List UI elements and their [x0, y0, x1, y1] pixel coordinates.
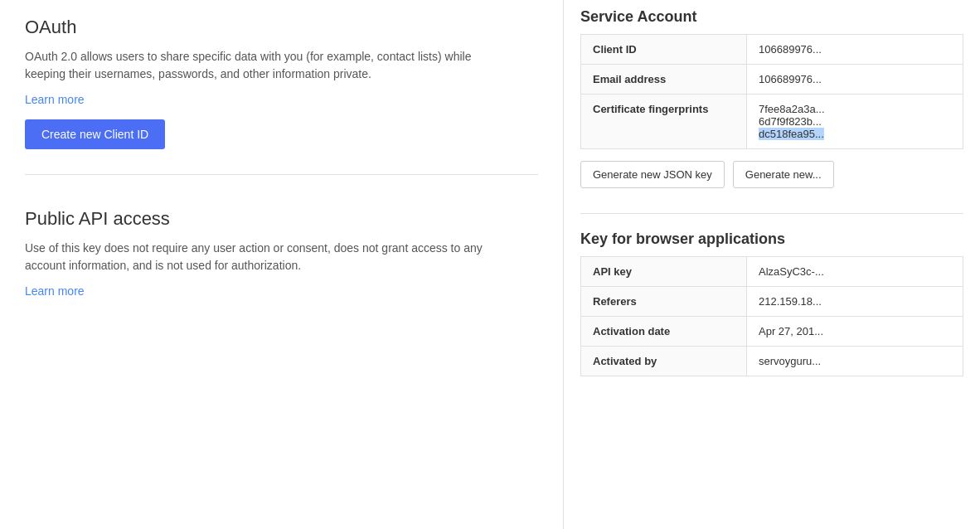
- api-key-label: API key: [581, 257, 747, 287]
- certificate-fingerprints-label: Certificate fingerprints: [581, 95, 747, 149]
- browser-key-table: API key AlzaSyC3c-... Referers 212.159.1…: [580, 256, 963, 376]
- service-account-table: Client ID 106689976... Email address 106…: [580, 34, 963, 149]
- browser-key-section: Key for browser applications API key Alz…: [580, 231, 963, 376]
- public-api-learn-more-link[interactable]: Learn more: [25, 284, 85, 298]
- table-row: Activation date Apr 27, 201...: [581, 317, 963, 347]
- referers-value: 212.159.18...: [747, 287, 963, 317]
- table-row: Referers 212.159.18...: [581, 287, 963, 317]
- email-address-value: 106689976...: [747, 65, 963, 95]
- activated-by-label: Activated by: [581, 347, 747, 376]
- right-panel: Service Account Client ID 106689976... E…: [564, 0, 980, 529]
- fingerprint-line3: dc518fea95...: [759, 128, 951, 140]
- service-account-title: Service Account: [580, 8, 963, 26]
- oauth-title: OAuth: [25, 17, 538, 38]
- client-id-value: 106689976...: [747, 35, 963, 65]
- table-row: Client ID 106689976...: [581, 35, 963, 65]
- fingerprint-line1: 7fee8a2a3a...: [759, 103, 951, 115]
- left-panel: OAuth OAuth 2.0 allows users to share sp…: [0, 0, 564, 529]
- generate-new-button[interactable]: Generate new...: [733, 161, 834, 188]
- oauth-learn-more-link[interactable]: Learn more: [25, 93, 85, 106]
- table-row: Certificate fingerprints 7fee8a2a3a... 6…: [581, 95, 963, 149]
- table-row: Activated by servoyguru...: [581, 347, 963, 376]
- public-api-section: Public API access Use of this key does n…: [25, 200, 538, 311]
- public-api-description: Use of this key does not require any use…: [25, 240, 506, 274]
- activation-date-label: Activation date: [581, 317, 747, 347]
- activated-by-value: servoyguru...: [747, 347, 963, 376]
- referers-label: Referers: [581, 287, 747, 317]
- table-row: Email address 106689976...: [581, 65, 963, 95]
- oauth-description: OAuth 2.0 allows users to share specific…: [25, 48, 506, 83]
- activation-date-value: Apr 27, 201...: [747, 317, 963, 347]
- oauth-section: OAuth OAuth 2.0 allows users to share sp…: [25, 17, 538, 175]
- service-account-section: Service Account Client ID 106689976... E…: [580, 8, 963, 214]
- public-api-title: Public API access: [25, 208, 538, 230]
- certificate-fingerprints-value: 7fee8a2a3a... 6d7f9f823b... dc518fea95..…: [747, 95, 963, 149]
- browser-key-title: Key for browser applications: [580, 231, 963, 248]
- client-id-label: Client ID: [581, 35, 747, 65]
- table-row: API key AlzaSyC3c-...: [581, 257, 963, 287]
- service-account-buttons: Generate new JSON key Generate new...: [580, 161, 963, 188]
- email-address-label: Email address: [581, 65, 747, 95]
- api-key-value: AlzaSyC3c-...: [747, 257, 963, 287]
- generate-json-key-button[interactable]: Generate new JSON key: [580, 161, 725, 188]
- fingerprint-line2: 6d7f9f823b...: [759, 115, 951, 128]
- create-client-id-button[interactable]: Create new Client ID: [25, 119, 165, 149]
